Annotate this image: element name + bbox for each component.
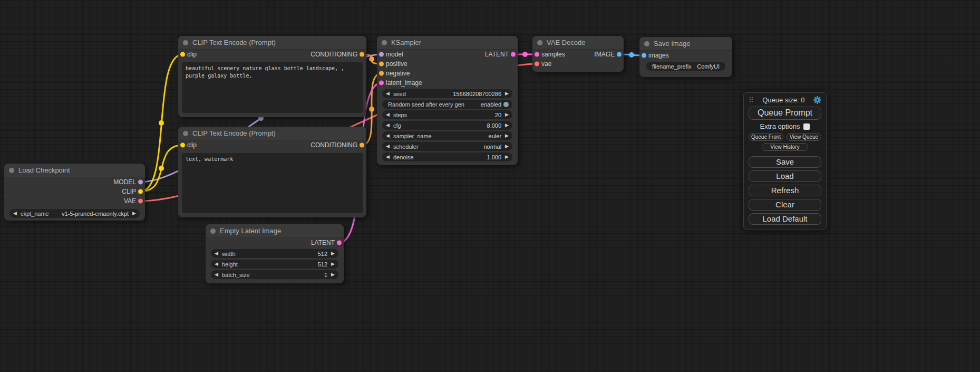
prompt-textarea[interactable]: beautiful scenery nature glass bottle la…: [182, 62, 363, 113]
filename-prefix-widget[interactable]: filename_prefix ComfyUI: [646, 62, 725, 71]
widget-name: sampler_name: [393, 133, 432, 139]
sampler-name-widget[interactable]: ◀ sampler_name euler ▶: [382, 131, 512, 140]
toggle-dot-icon[interactable]: [503, 102, 509, 107]
slot-label: CONDITIONING: [311, 51, 357, 58]
collapse-dot-icon[interactable]: [9, 168, 14, 173]
output-slot-latent: LATENT: [206, 238, 344, 247]
negative-input-port[interactable]: [379, 71, 384, 76]
arrow-left-icon[interactable]: ◀: [215, 262, 218, 266]
node-title-bar[interactable]: Empty Latent Image: [206, 224, 344, 238]
arrow-left-icon[interactable]: ◀: [386, 144, 390, 149]
settings-gear-icon[interactable]: [813, 96, 821, 104]
node-ksampler[interactable]: KSampler LATENT model positive negative …: [377, 36, 518, 165]
arrow-right-icon[interactable]: ▶: [331, 272, 335, 277]
view-history-button[interactable]: View History: [762, 143, 808, 151]
load-default-button[interactable]: Load Default: [749, 213, 821, 225]
collapse-dot-icon[interactable]: [382, 40, 387, 45]
view-queue-button[interactable]: View Queue: [787, 133, 821, 141]
scheduler-widget[interactable]: ◀ scheduler normal ▶: [382, 142, 512, 151]
node-title-bar[interactable]: Save Image: [639, 37, 732, 51]
node-title-bar[interactable]: CLIP Text Encode (Prompt): [178, 36, 366, 50]
arrow-right-icon[interactable]: ▶: [505, 155, 509, 159]
arrow-left-icon[interactable]: ◀: [215, 251, 218, 256]
node-title-bar[interactable]: VAE Decode: [532, 36, 624, 50]
collapse-dot-icon[interactable]: [210, 228, 216, 234]
arrow-right-icon[interactable]: ▶: [505, 112, 509, 117]
conditioning-output-port[interactable]: [360, 143, 364, 148]
drag-handle-icon[interactable]: ⠿: [749, 96, 754, 104]
queue-front-button[interactable]: Queue Front: [749, 133, 783, 141]
node-graph-canvas[interactable]: Load Checkpoint MODEL CLIP VAE ◀ ckpt_na…: [0, 0, 980, 372]
arrow-right-icon[interactable]: ▶: [505, 91, 509, 96]
save-button[interactable]: Save: [749, 156, 821, 168]
node-title-bar[interactable]: CLIP Text Encode (Prompt): [178, 127, 366, 140]
link-midpoint-dot: [159, 166, 164, 171]
clear-button[interactable]: Clear: [749, 199, 821, 211]
samples-input-port[interactable]: [535, 52, 539, 57]
arrow-left-icon[interactable]: ◀: [386, 123, 390, 128]
clip-output-port[interactable]: [138, 189, 143, 194]
clip-input-port[interactable]: [180, 143, 185, 148]
node-title-bar[interactable]: Load Checkpoint: [4, 164, 145, 177]
collapse-dot-icon[interactable]: [183, 40, 188, 45]
arrow-right-icon[interactable]: ▶: [505, 144, 509, 149]
model-output-port[interactable]: [138, 180, 143, 185]
input-slot-positive: positive: [377, 59, 518, 69]
positive-input-port[interactable]: [379, 62, 384, 66]
arrow-left-icon[interactable]: ◀: [386, 133, 390, 138]
seed-widget[interactable]: ◀ seed 156680208700286 ▶: [382, 89, 512, 98]
node-clip-text-encode-positive[interactable]: CLIP Text Encode (Prompt) clip CONDITION…: [178, 36, 366, 117]
batch-size-widget[interactable]: ◀ batch_size 1 ▶: [211, 270, 338, 279]
input-slot-model: model: [377, 50, 518, 59]
latent-output-port[interactable]: [337, 241, 342, 245]
prompt-textarea[interactable]: text, watermark: [182, 153, 363, 213]
vae-output-port[interactable]: [138, 199, 143, 204]
arrow-right-icon[interactable]: ▶: [331, 251, 335, 256]
model-input-port[interactable]: [379, 52, 384, 57]
clip-input-port[interactable]: [180, 52, 185, 57]
arrow-right-icon[interactable]: ▶: [331, 262, 335, 266]
slot-label: clip: [187, 141, 197, 149]
random-seed-toggle-widget[interactable]: Random seed after every gen enabled: [382, 100, 512, 109]
arrow-left-icon[interactable]: ◀: [386, 155, 390, 159]
cfg-widget[interactable]: ◀ cfg 8.000 ▶: [382, 121, 512, 130]
output-slot-vae: VAE: [4, 196, 145, 206]
node-vae-decode[interactable]: VAE Decode samples IMAGE vae: [532, 36, 624, 72]
arrow-right-icon[interactable]: ▶: [132, 211, 136, 216]
width-widget[interactable]: ◀ width 512 ▶: [211, 249, 338, 258]
widget-value: v1-5-pruned-emaonly.ckpt: [62, 211, 129, 217]
load-button[interactable]: Load: [749, 170, 821, 182]
denoise-widget[interactable]: ◀ denoise 1.000 ▶: [382, 152, 512, 161]
arrow-left-icon[interactable]: ◀: [386, 91, 390, 96]
node-empty-latent-image[interactable]: Empty Latent Image LATENT ◀ width 512 ▶ …: [206, 224, 344, 283]
arrow-right-icon[interactable]: ▶: [505, 123, 509, 128]
node-clip-text-encode-negative[interactable]: CLIP Text Encode (Prompt) clip CONDITION…: [178, 127, 366, 217]
collapse-dot-icon[interactable]: [183, 131, 188, 136]
steps-widget[interactable]: ◀ steps 20 ▶: [382, 110, 512, 119]
input-slot-images: images: [639, 51, 732, 60]
conditioning-output-port[interactable]: [360, 52, 364, 57]
vae-input-port[interactable]: [535, 62, 539, 66]
extra-options-checkbox[interactable]: [803, 123, 810, 130]
collapse-dot-icon[interactable]: [644, 41, 649, 46]
node-title-bar[interactable]: KSampler: [377, 36, 518, 50]
latent-image-input-port[interactable]: [379, 81, 384, 85]
image-output-port[interactable]: [617, 52, 622, 57]
link-midpoint-dot: [369, 107, 374, 112]
widget-value: 156680208700286: [453, 91, 501, 97]
images-input-port[interactable]: [642, 53, 646, 58]
arrow-left-icon[interactable]: ◀: [215, 272, 218, 277]
ckpt-name-widget[interactable]: ◀ ckpt_name v1-5-pruned-emaonly.ckpt ▶: [9, 209, 140, 218]
node-title: VAE Decode: [547, 39, 585, 46]
refresh-button[interactable]: Refresh: [749, 185, 821, 196]
node-save-image[interactable]: Save Image images filename_prefix ComfyU…: [639, 37, 732, 77]
arrow-right-icon[interactable]: ▶: [505, 133, 509, 138]
collapse-dot-icon[interactable]: [537, 40, 542, 45]
widget-name: batch_size: [222, 272, 250, 278]
arrow-left-icon[interactable]: ◀: [386, 112, 390, 117]
output-slot-model: MODEL: [4, 177, 145, 187]
arrow-left-icon[interactable]: ◀: [13, 211, 17, 216]
queue-prompt-button[interactable]: Queue Prompt: [749, 107, 821, 120]
height-widget[interactable]: ◀ height 512 ▶: [211, 260, 338, 269]
node-load-checkpoint[interactable]: Load Checkpoint MODEL CLIP VAE ◀ ckpt_na…: [4, 164, 145, 221]
